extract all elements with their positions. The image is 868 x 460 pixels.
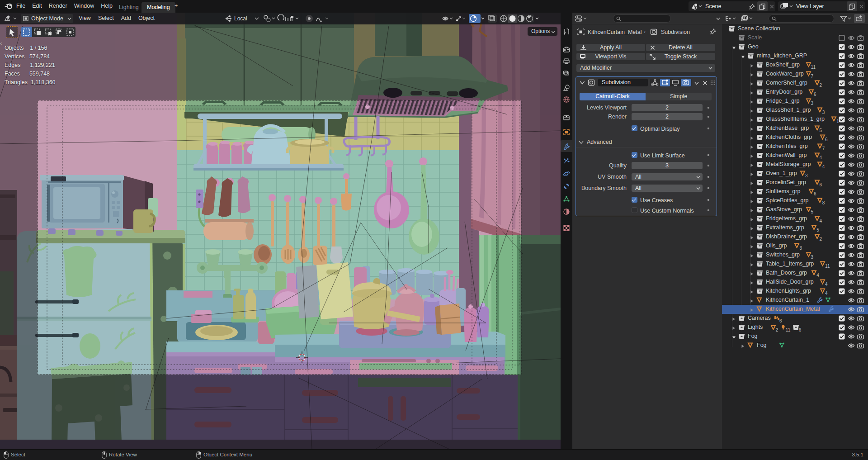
svg-text:Local: Local (234, 15, 247, 22)
